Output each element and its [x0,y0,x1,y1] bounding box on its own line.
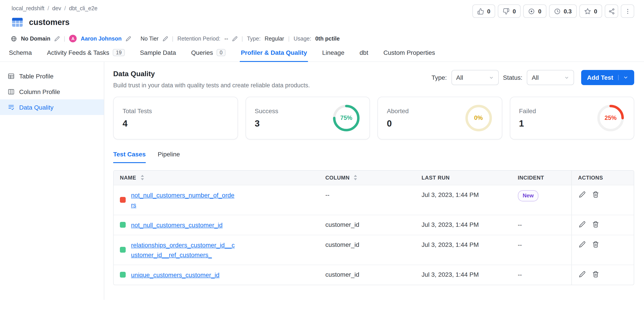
meta-divider: | [172,36,173,42]
sidebar-item-column-profile[interactable]: Column Profile [0,84,104,99]
delete-test-icon[interactable] [592,191,599,198]
entity-meta-bar: No Domain | A Aaron Johnson No Tier | Re… [0,29,644,42]
owner-link[interactable]: Aaron Johnson [81,36,122,42]
edit-test-icon[interactable] [579,241,586,248]
type-filter-select[interactable]: All [451,70,498,85]
version-history-button[interactable]: 0.3 [549,4,576,18]
total-tests-card: Total Tests 4 [113,96,238,139]
edit-domain-icon[interactable] [54,36,60,41]
page: local_redshift / dev / dbt_cli_e2e 0 0 0… [0,0,644,311]
tab-label: Sample Data [140,49,176,56]
star-count: 0 [594,8,597,14]
tab-custom-properties[interactable]: Custom Properties [382,49,436,62]
card-text: Success 3 [255,107,278,128]
edit-test-icon[interactable] [579,221,586,228]
usage-label: Usage: [294,36,311,42]
sort-icon[interactable] [140,175,144,180]
edit-test-icon[interactable] [579,271,586,277]
test-case-link[interactable]: not_null_customers_customer_id [131,220,222,230]
sidebar-item-table-profile[interactable]: Table Profile [0,68,104,84]
tab-profiler-data-quality[interactable]: Profiler & Data Quality [240,49,308,62]
delete-test-icon[interactable] [592,271,599,277]
status-success-indicator [120,222,126,228]
share-button[interactable] [605,4,618,18]
tab-activity-feeds[interactable]: Activity Feeds & Tasks19 [46,49,126,62]
tab-pipeline[interactable]: Pipeline [158,150,180,163]
success-percent: 75% [332,104,360,132]
breadcrumb-item-service[interactable]: local_redshift [12,5,44,12]
upvote-count: 0 [487,8,490,14]
tab-test-cases[interactable]: Test Cases [113,150,146,163]
column-header-actions: ACTIONS [571,170,634,185]
incident-new-badge[interactable]: New [518,190,538,201]
test-case-link[interactable]: unique_customers_customer_id [131,270,220,280]
card-value: 4 [122,118,152,128]
status-filter-select[interactable]: All [527,70,574,85]
tab-schema[interactable]: Schema [8,49,33,62]
table-profile-icon [8,72,15,80]
test-case-link[interactable]: not_null_customers_number_of_orders [131,190,236,210]
delete-test-icon[interactable] [592,221,599,228]
column-profile-icon [8,88,15,95]
breadcrumb-separator: / [48,5,49,12]
tab-queries[interactable]: Queries0 [190,49,227,62]
type-label: Type: [247,36,260,42]
failed-progress-ring: 25% [596,104,625,132]
aborted-card: Aborted 0 0% [378,96,502,139]
tab-sample-data[interactable]: Sample Data [139,49,177,62]
page-title: customers [29,18,70,27]
panel-subtitle: Build trust in your data with quality te… [113,81,310,90]
test-cases-table: NAME COLUMN LAST RUN INCIDENT ACTIONS [113,170,634,285]
tab-label: dbt [360,49,368,56]
status-filter-label: Status: [503,74,522,81]
edit-test-icon[interactable] [579,191,586,198]
task-circle-icon [528,8,535,14]
breadcrumb-item-database[interactable]: dev [52,5,61,12]
tab-label: Schema [9,49,32,56]
history-clock-icon [554,8,560,14]
data-quality-icon [8,104,15,111]
thumbs-up-icon [477,8,484,14]
sidebar-item-data-quality[interactable]: Data Quality [0,99,104,115]
meta-divider: | [64,36,65,42]
success-card: Success 3 75% [245,96,370,139]
card-value: 3 [255,118,278,128]
aborted-percent: 0% [464,104,493,132]
sidebar-item-label: Column Profile [19,88,60,95]
tasks-button[interactable]: 0 [524,4,546,18]
sort-icon[interactable] [354,175,358,180]
card-label: Success [255,107,278,114]
tier-value: No Tier [140,36,159,42]
delete-test-icon[interactable] [592,241,599,248]
column-header-label: INCIDENT [518,174,544,181]
actions-cell [571,215,634,234]
test-case-link[interactable]: relationships_orders_customer_id__custom… [131,240,236,260]
column-header-label: NAME [120,174,136,181]
success-progress-ring: 75% [332,104,360,132]
card-value: 0 [387,118,409,128]
edit-retention-icon[interactable] [232,36,238,41]
page-body: Table Profile Column Profile Data Qualit… [0,62,644,300]
tab-lineage[interactable]: Lineage [321,49,346,62]
tasks-count: 0 [538,8,541,14]
star-button[interactable]: 0 [580,4,602,18]
edit-owner-icon[interactable] [126,36,131,41]
owner-avatar: A [69,35,77,42]
upvote-button[interactable]: 0 [472,4,495,18]
add-test-button[interactable]: Add Test [581,70,634,85]
more-menu-button[interactable] [621,4,634,18]
version-number: 0.3 [564,8,572,14]
test-name-cell: not_null_customers_customer_id [114,215,319,234]
test-tabs: Test Cases Pipeline [113,150,634,163]
chevron-down-icon [618,75,628,80]
sidebar-item-label: Table Profile [19,72,54,80]
card-text: Total Tests 4 [122,107,152,128]
breadcrumb-item-schema[interactable]: dbt_cli_e2e [69,5,98,12]
column-cell: customer_id [319,235,415,254]
data-quality-panel: Data Quality Build trust in your data wi… [104,62,644,300]
tab-dbt[interactable]: dbt [359,49,369,62]
edit-tier-icon[interactable] [162,36,168,41]
meta-divider: | [288,36,290,42]
downvote-button[interactable]: 0 [498,4,520,18]
card-value: 1 [519,118,536,128]
